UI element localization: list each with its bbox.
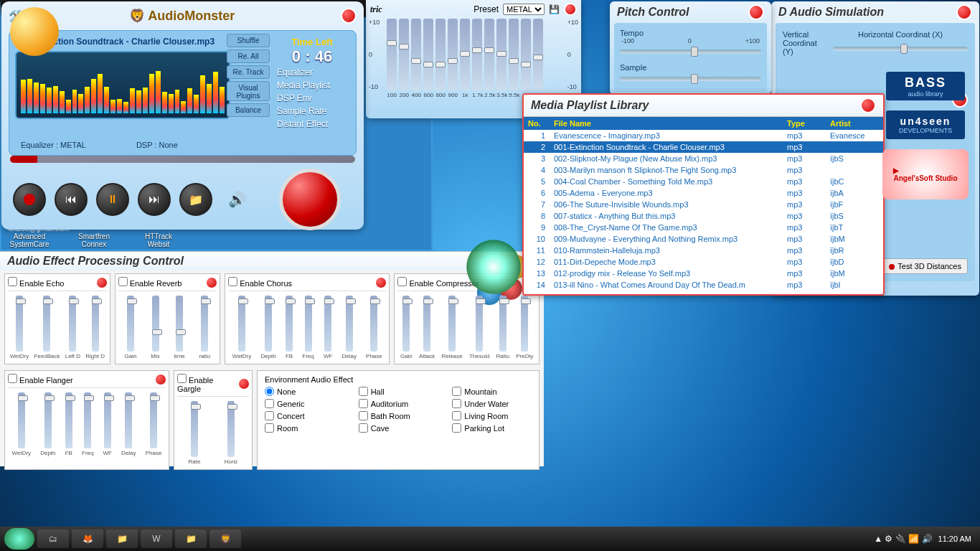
save-icon[interactable]: 💾 xyxy=(549,4,560,14)
playlist-row[interactable]: 1Evanescence - Imaginary.mp3mp3Evanesce xyxy=(524,130,883,141)
taskbar-item[interactable]: 🦁 xyxy=(209,529,241,548)
eq-band-slider[interactable] xyxy=(509,19,519,90)
fx-slider[interactable] xyxy=(18,392,25,448)
env-option[interactable]: None xyxy=(265,387,344,396)
playlist-row[interactable]: 4003-Marilyn manson ft Slipknot-The Figh… xyxy=(524,164,883,176)
playlist-row[interactable]: 3002-Slipknot-My Plague (New Abuse Mix).… xyxy=(524,153,883,164)
fx-slider[interactable] xyxy=(402,296,410,352)
test-3d-button[interactable]: Test 3D Distances xyxy=(882,258,968,274)
env-option[interactable]: Living Room xyxy=(452,411,532,420)
playlist-row[interactable]: 2001-Extinction Soundtrack - Charlie Clo… xyxy=(524,141,883,153)
eq-band-slider[interactable] xyxy=(521,19,531,90)
preset-select[interactable]: METAL xyxy=(503,4,545,15)
playlist-row[interactable]: 10009-Mudvayne - Everything And Nothing … xyxy=(524,233,883,245)
seek-bar[interactable] xyxy=(10,156,355,163)
eq-band-slider[interactable] xyxy=(496,19,507,90)
playlist-row[interactable]: 12011-Dirt-Depeche Mode.mp3mp3ïjbD xyxy=(524,256,883,268)
tray-icon[interactable]: ▲ xyxy=(874,534,885,544)
player-menu-item[interactable]: Sample Rate xyxy=(277,105,347,118)
eq-band-slider[interactable] xyxy=(435,19,446,90)
playlist-row[interactable]: 6005-Adema - Everyone.mp3mp3ïjbA xyxy=(524,187,883,199)
repeat-track-button[interactable]: Re. Track xyxy=(227,65,270,79)
fx-slider[interactable] xyxy=(370,296,377,352)
fx-slider[interactable] xyxy=(324,296,331,352)
env-option[interactable]: Mountain xyxy=(452,387,532,396)
fx-slider[interactable] xyxy=(44,392,52,448)
fx-slider[interactable] xyxy=(69,296,76,352)
start-button[interactable] xyxy=(4,528,34,550)
enable-chorus-checkbox[interactable]: Enable Chorus xyxy=(228,277,292,288)
fx-slider[interactable] xyxy=(521,296,528,352)
prev-button[interactable]: ⏮ xyxy=(55,183,88,216)
fx-slider[interactable] xyxy=(191,401,198,457)
volume-knob[interactable] xyxy=(279,169,341,230)
pause-button[interactable]: ⏸ xyxy=(96,183,129,216)
env-option[interactable]: Generic xyxy=(265,399,344,408)
eq-band-slider[interactable] xyxy=(411,19,421,90)
sample-slider[interactable] xyxy=(620,72,761,86)
eq-band-slider[interactable] xyxy=(484,19,494,90)
fx-slider[interactable] xyxy=(104,392,111,448)
eq-band-slider[interactable] xyxy=(533,19,543,90)
taskbar-item[interactable]: 🗂 xyxy=(37,529,69,548)
playlist-row[interactable]: 11010-Rammstein-Halleluja.mp3mp3ïjbR xyxy=(524,245,883,256)
env-option[interactable]: Under Water xyxy=(452,399,532,408)
player-menu-item[interactable]: Media Playlist xyxy=(277,79,347,92)
fx-slider[interactable] xyxy=(127,296,134,352)
fx-slider[interactable] xyxy=(499,296,507,352)
playlist-row[interactable]: 13012-prodigy mix - Release Yo Self.mp3m… xyxy=(524,268,883,279)
open-button[interactable]: 📁 xyxy=(179,183,212,216)
visual-plugins-button[interactable]: Visual Plugins xyxy=(227,81,270,101)
fx-slider[interactable] xyxy=(423,296,430,352)
tray-icon[interactable]: 🔌 xyxy=(895,534,908,544)
playlist-row[interactable]: 7006-The Suture-Invisible Wounds.mp3mp3ï… xyxy=(524,199,883,210)
fx-slider[interactable] xyxy=(305,296,312,352)
enable-gargle-checkbox[interactable]: Enable Gargle xyxy=(177,374,239,393)
fx-slider[interactable] xyxy=(84,392,91,448)
eq-band-slider[interactable] xyxy=(423,19,433,90)
playlist-row[interactable]: 14013-ill Nino - What Comes Around Day O… xyxy=(524,279,883,291)
env-option[interactable]: Concert xyxy=(265,411,344,420)
eq-sliders[interactable] xyxy=(382,19,564,90)
close-icon[interactable] xyxy=(860,98,876,113)
env-option[interactable]: Hall xyxy=(359,387,438,396)
eq-band-slider[interactable] xyxy=(399,19,409,90)
next-button[interactable]: ⏭ xyxy=(138,183,171,216)
playlist-row[interactable]: 9008-The_Cryst-Name Of The Game.mp3mp3ïj… xyxy=(524,222,883,233)
tray-icon[interactable]: 🔊 xyxy=(922,534,933,544)
tray-icon[interactable]: 📶 xyxy=(908,534,921,544)
env-option[interactable]: Parking Lot xyxy=(452,423,532,433)
env-option[interactable]: Room xyxy=(265,423,344,433)
fx-slider[interactable] xyxy=(346,296,353,352)
close-icon[interactable] xyxy=(956,4,972,20)
clock[interactable]: 11:20 AM xyxy=(938,534,971,543)
col-no[interactable]: No. xyxy=(524,117,550,130)
eq-band-slider[interactable] xyxy=(472,19,482,90)
fx-slider[interactable] xyxy=(238,296,245,352)
fx-slider[interactable] xyxy=(476,296,483,352)
enable-reverb-checkbox[interactable]: Enable Reverb xyxy=(118,277,182,288)
playlist-row[interactable]: 5004-Coal Chamber - Something Told Me.mp… xyxy=(524,176,883,187)
player-menu-item[interactable]: Equalizer xyxy=(277,66,347,79)
shuffle-button[interactable]: Shuffle xyxy=(227,34,270,47)
fx-slider[interactable] xyxy=(125,392,132,448)
fx-slider[interactable] xyxy=(201,296,208,352)
col-type[interactable]: Type xyxy=(783,117,826,130)
playlist-row[interactable]: 8007-staticx - Anything But this.mp3mp3ï… xyxy=(524,210,883,222)
fx-slider[interactable] xyxy=(448,296,456,352)
col-filename[interactable]: File Name xyxy=(550,117,783,130)
horizontal-coord-slider[interactable] xyxy=(833,42,968,56)
enable-echo-checkbox[interactable]: Enable Echo xyxy=(8,277,64,288)
taskbar-item[interactable]: W xyxy=(141,529,172,548)
fx-slider[interactable] xyxy=(16,296,23,352)
env-option[interactable]: Bath Room xyxy=(359,411,438,420)
close-icon[interactable] xyxy=(564,3,577,16)
record-button[interactable] xyxy=(13,183,46,216)
close-icon[interactable] xyxy=(748,4,764,20)
player-menu-item[interactable]: DSP Env xyxy=(277,92,347,105)
eq-band-slider[interactable] xyxy=(387,19,397,90)
fx-slider[interactable] xyxy=(176,296,183,352)
tray-icon[interactable]: ⚙ xyxy=(885,534,895,544)
env-option[interactable]: Cave xyxy=(359,423,438,433)
enable-flanger-checkbox[interactable]: Enable Flanger xyxy=(8,374,73,385)
